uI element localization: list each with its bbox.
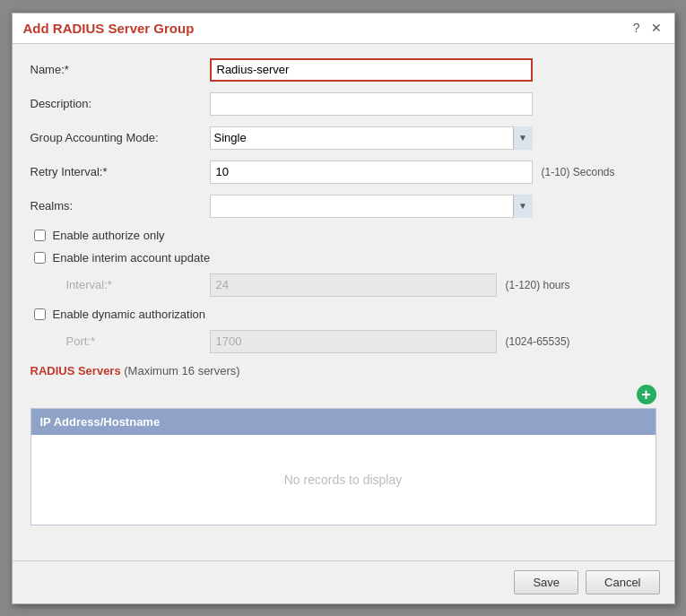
port-row: Port:* (1024-65535) [30, 330, 656, 353]
add-radius-server-group-dialog: Add RADIUS Server Group ? ✕ Name:* Descr… [12, 13, 675, 604]
interval-row: Interval:* (1-120) hours [30, 273, 656, 297]
dialog-titlebar: Add RADIUS Server Group ? ✕ [13, 13, 674, 44]
name-label: Name:* [30, 63, 210, 76]
interval-input[interactable] [210, 273, 497, 297]
realms-row: Realms: ▼ [30, 195, 656, 218]
retry-interval-label: Retry Interval:* [30, 165, 210, 178]
name-input[interactable] [210, 58, 533, 82]
retry-interval-row: Retry Interval:* (1-10) Seconds [30, 161, 656, 184]
description-label: Description: [30, 97, 210, 110]
interval-hint: (1-120) hours [506, 279, 570, 291]
retry-interval-hint: (1-10) Seconds [542, 166, 615, 178]
dialog-body: Name:* Description: Group Accounting Mod… [13, 44, 674, 560]
enable-interim-label: Enable interim account update [53, 251, 211, 265]
group-accounting-mode-select[interactable]: Single Multiple [210, 126, 533, 150]
description-row: Description: [30, 92, 656, 116]
port-input[interactable] [210, 330, 497, 353]
port-label: Port:* [66, 334, 210, 348]
enable-authorize-label: Enable authorize only [53, 229, 165, 242]
name-row: Name:* [30, 58, 656, 82]
radius-servers-title: RADIUS Servers [30, 364, 121, 377]
description-input[interactable] [210, 92, 533, 116]
add-server-button[interactable]: + [637, 385, 656, 404]
radius-servers-hint: (Maximum 16 servers) [124, 364, 239, 377]
interval-label: Interval:* [66, 278, 210, 291]
realms-label: Realms: [30, 199, 210, 213]
enable-authorize-checkbox[interactable] [34, 230, 46, 241]
dialog-title: Add RADIUS Server Group [23, 21, 195, 36]
enable-dynamic-row: Enable dynamic authorization [30, 308, 656, 321]
close-button[interactable]: ✕ [649, 22, 664, 34]
group-accounting-mode-row: Group Accounting Mode: Single Multiple ▼ [30, 126, 656, 150]
enable-interim-checkbox[interactable] [34, 252, 46, 264]
retry-interval-input[interactable] [210, 161, 533, 184]
add-circle-icon: + [637, 385, 656, 404]
help-button[interactable]: ? [631, 22, 642, 34]
port-hint: (1024-65535) [506, 335, 570, 348]
enable-dynamic-checkbox[interactable] [34, 308, 46, 320]
enable-dynamic-label: Enable dynamic authorization [53, 308, 206, 321]
enable-interim-row: Enable interim account update [30, 251, 656, 265]
table-header: IP Address/Hostname [31, 409, 656, 435]
realms-wrapper: ▼ [210, 195, 533, 218]
group-accounting-mode-wrapper: Single Multiple ▼ [210, 126, 533, 150]
group-accounting-mode-label: Group Accounting Mode: [30, 131, 210, 144]
table-empty-message: No records to display [31, 435, 656, 525]
dialog-controls: ? ✕ [631, 22, 664, 34]
enable-authorize-row: Enable authorize only [30, 229, 656, 242]
servers-table: IP Address/Hostname No records to displa… [30, 408, 656, 525]
radius-servers-header: RADIUS Servers (Maximum 16 servers) [30, 364, 656, 377]
add-btn-row: + [30, 385, 656, 404]
save-button[interactable]: Save [514, 570, 578, 594]
dialog-footer: Save Cancel [13, 560, 674, 603]
cancel-button[interactable]: Cancel [586, 570, 659, 594]
realms-select[interactable] [210, 195, 533, 218]
